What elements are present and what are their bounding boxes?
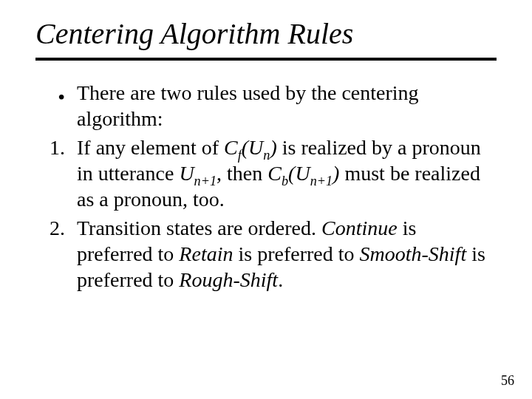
- list-item-intro: • There are two rules used by the center…: [35, 80, 497, 132]
- term-continue: Continue: [321, 216, 398, 239]
- title-underline: [35, 58, 497, 61]
- bullet-marker: •: [35, 80, 77, 106]
- symbol-cb: Cb(Un+1): [267, 162, 339, 185]
- text-run: If any element of: [77, 136, 224, 159]
- symbol-cf: Cf(Un): [224, 136, 277, 159]
- text-run: ): [270, 136, 276, 159]
- term-retain: Retain: [179, 242, 233, 265]
- text-run: C: [224, 136, 238, 159]
- text-run: Transition states are ordered.: [77, 216, 321, 239]
- number-marker-2: 2.: [35, 215, 77, 241]
- text-run: U: [179, 162, 194, 185]
- slide-title: Centering Algorithm Rules: [35, 18, 497, 50]
- body-list: • There are two rules used by the center…: [35, 80, 497, 293]
- intro-text: There are two rules used by the centerin…: [77, 80, 497, 132]
- bullet-icon: •: [58, 87, 65, 108]
- rule-2-text: Transition states are ordered. Continue …: [77, 215, 497, 293]
- text-run: .: [278, 268, 283, 291]
- subscript: n+1: [310, 174, 332, 188]
- symbol-un1: Un+1: [179, 162, 216, 185]
- rule-1-text: If any element of Cf(Un) is realized by …: [77, 134, 497, 212]
- text-run: C: [267, 162, 282, 185]
- text-run: (U: [242, 136, 264, 159]
- page-number: 56: [501, 373, 514, 389]
- slide: Centering Algorithm Rules • There are tw…: [0, 0, 532, 399]
- subscript: b: [282, 174, 288, 188]
- number-marker-1: 1.: [35, 134, 77, 160]
- term-rough-shift: Rough-Shift: [179, 268, 278, 291]
- text-run: (U: [288, 162, 310, 185]
- text-run: , then: [216, 162, 267, 185]
- text-run: is preferred to: [233, 242, 359, 265]
- term-smooth-shift: Smooth-Shift: [360, 242, 467, 265]
- list-item-rule-2: 2. Transition states are ordered. Contin…: [35, 215, 497, 293]
- subscript: n+1: [194, 174, 216, 188]
- list-item-rule-1: 1. If any element of Cf(Un) is realized …: [35, 134, 497, 212]
